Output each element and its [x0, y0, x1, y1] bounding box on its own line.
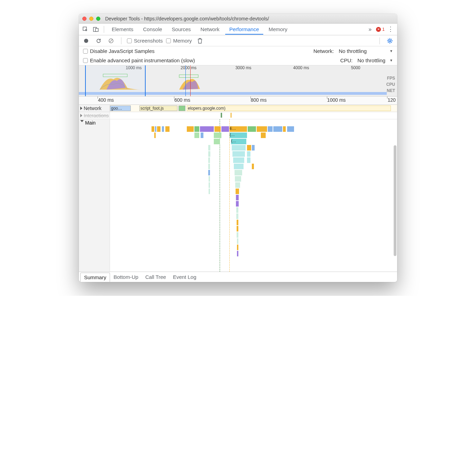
overview-tick: 4000 ms — [293, 65, 309, 70]
scrollbar[interactable] — [394, 145, 396, 256]
network-value: No throttling — [339, 48, 367, 54]
cpu-throttling-select[interactable]: No throttling ▼ — [357, 57, 393, 63]
clear-icon[interactable] — [107, 36, 116, 45]
error-count: 1 — [382, 27, 385, 32]
device-toggle-icon[interactable] — [91, 25, 100, 34]
interactions-track-body[interactable] — [110, 112, 397, 119]
error-icon: ✕ — [376, 27, 381, 32]
guide-line — [229, 119, 230, 272]
chevron-right-icon — [80, 114, 82, 117]
overview-marker — [190, 65, 191, 96]
disable-js-checkbox[interactable]: Disable JavaScript Samples — [83, 48, 155, 54]
net-label: NET — [386, 88, 395, 94]
separator — [104, 26, 104, 33]
svg-line-5 — [110, 39, 112, 42]
svg-point-6 — [389, 40, 391, 42]
record-toolbar: Screenshots Memory — [79, 35, 397, 46]
main-tabstrip: Elements Console Sources Network Perform… — [79, 24, 397, 35]
trash-icon[interactable] — [195, 36, 204, 45]
cpu-label: CPU — [386, 81, 395, 88]
interactions-track-header[interactable]: Interactions — [79, 112, 110, 119]
overview-panel[interactable]: 1000 ms 2000 ms 3000 ms 4000 ms 5000 FPS… — [79, 65, 397, 97]
kebab-menu-icon[interactable]: ⋮ — [386, 25, 395, 34]
flame-chart[interactable]: E… (… (… — [110, 119, 397, 272]
devtools-window: Developer Tools - https://developers.goo… — [79, 14, 397, 282]
tab-memory[interactable]: Memory — [265, 24, 292, 34]
network-track-label: Network — [84, 106, 101, 111]
enable-paint-checkbox[interactable]: Enable advanced paint instrumentation (s… — [83, 57, 195, 63]
network-throttling-select[interactable]: No throttling ▼ — [339, 48, 393, 54]
chevron-down-icon: ▼ — [390, 58, 393, 62]
chevron-right-icon — [80, 107, 82, 110]
separator — [121, 37, 121, 44]
interaction-marker — [221, 113, 222, 118]
ruler-tick: 800 ms — [251, 97, 267, 103]
interactions-track: Interactions — [79, 112, 397, 119]
record-icon[interactable] — [82, 36, 91, 45]
tab-console[interactable]: Console — [139, 24, 166, 34]
cpu-label: CPU: — [340, 57, 353, 63]
bottom-tab-eventlog[interactable]: Event Log — [170, 273, 200, 281]
network-item[interactable]: elopers.google.com) — [187, 106, 391, 111]
ruler-tick: 600 ms — [174, 97, 190, 103]
ruler-tick: 400 ms — [98, 97, 114, 103]
interaction-marker — [230, 113, 232, 118]
screenshots-label: Screenshots — [134, 38, 163, 44]
timeline-ruler[interactable]: 400 ms 600 ms 800 ms 1000 ms 120 — [79, 97, 397, 105]
titlebar[interactable]: Developer Tools - https://developers.goo… — [79, 14, 397, 24]
ruler-tick: 120 — [387, 97, 395, 103]
separator — [379, 37, 380, 44]
close-icon[interactable] — [82, 17, 86, 21]
chevron-down-icon — [80, 120, 84, 122]
memory-checkbox[interactable]: Memory — [166, 38, 192, 44]
memory-label: Memory — [173, 38, 192, 44]
error-badge[interactable]: ✕ 1 — [376, 27, 385, 32]
cpu-value: No throttling — [357, 57, 385, 63]
overview-lane-labels: FPS CPU NET — [386, 75, 395, 94]
tabs-overflow-icon[interactable]: » — [366, 25, 375, 34]
main-track-header[interactable]: Main — [79, 119, 110, 272]
interactions-track-label: Interactions — [84, 113, 109, 118]
overview-selection-handle[interactable] — [85, 65, 146, 96]
overview-marker — [185, 65, 186, 96]
disable-js-label: Disable JavaScript Samples — [90, 48, 155, 54]
overview-tick: 2000 ms — [181, 65, 196, 70]
zoom-icon[interactable] — [96, 17, 100, 21]
tab-elements[interactable]: Elements — [108, 24, 138, 34]
network-track-body[interactable]: goo… script_foot.js elopers.google.com) — [110, 105, 397, 112]
main-track-label: Main — [85, 120, 95, 126]
details-tabstrip: Summary Bottom-Up Call Tree Event Log — [79, 272, 397, 282]
network-item[interactable] — [178, 106, 185, 111]
traffic-lights — [82, 17, 100, 21]
tab-sources[interactable]: Sources — [168, 24, 195, 34]
capture-settings-panel: Disable JavaScript Samples Network: No t… — [79, 46, 397, 65]
chevron-down-icon: ▼ — [390, 49, 393, 53]
inspect-icon[interactable] — [81, 25, 90, 34]
main-track: Main E… — [79, 119, 397, 272]
network-item[interactable]: script_foot.js — [139, 106, 177, 111]
network-track: Network goo… script_foot.js elopers.goog… — [79, 105, 397, 112]
fps-label: FPS — [386, 75, 395, 81]
tab-performance[interactable]: Performance — [225, 24, 263, 35]
svg-point-3 — [84, 39, 88, 43]
bottom-tab-bottomup[interactable]: Bottom-Up — [110, 273, 142, 281]
window-title: Developer Tools - https://developers.goo… — [105, 16, 394, 21]
reload-icon[interactable] — [94, 36, 103, 45]
flame-slice[interactable]: (… — [230, 133, 247, 138]
overview-tick: 3000 ms — [235, 65, 251, 70]
minimize-icon[interactable] — [89, 17, 93, 21]
enable-paint-label: Enable advanced paint instrumentation (s… — [90, 57, 195, 63]
svg-rect-2 — [95, 28, 98, 31]
network-item[interactable]: goo… — [110, 106, 131, 111]
network-track-header[interactable]: Network — [79, 105, 110, 112]
overview-tick: 5000 — [351, 65, 360, 70]
ruler-tick: 1000 ms — [327, 97, 346, 103]
svg-rect-8 — [179, 75, 198, 78]
flame-slice[interactable]: (… — [231, 139, 246, 144]
screenshots-checkbox[interactable]: Screenshots — [127, 38, 163, 44]
capture-settings-icon[interactable] — [385, 36, 394, 45]
bottom-tab-summary[interactable]: Summary — [80, 273, 110, 282]
tab-network[interactable]: Network — [196, 24, 224, 34]
network-label: Network: — [313, 48, 334, 54]
bottom-tab-calltree[interactable]: Call Tree — [142, 273, 170, 281]
